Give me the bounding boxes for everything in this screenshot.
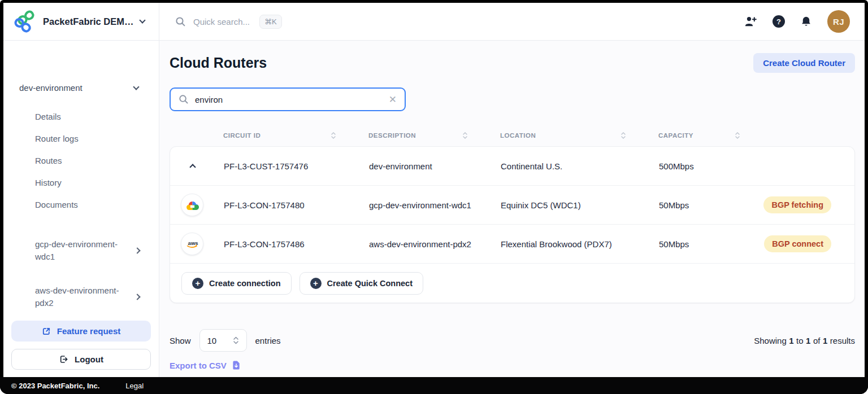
sort-icon[interactable] [331,132,336,139]
location-cell: Continental U.S. [492,161,650,171]
chevron-right-icon [134,247,140,253]
content: Cloud Routers Create Cloud Router enviro… [159,41,865,377]
plus-icon: + [310,278,322,289]
app: PacketFabric DEM… dev-environment Detail… [3,3,865,377]
page-size-value: 10 [207,336,217,345]
table-actions-row: + Create connection + Create Quick Conne… [170,264,854,303]
capacity-cell: 50Mbps [650,239,741,249]
sidebar-submenu: Details Router logs Routes History Docum… [3,111,159,221]
chevron-down-icon [133,84,139,90]
circuit-id-cell: PF-L3-CON-1757480 [215,200,361,210]
invite-user-button[interactable] [744,16,757,27]
search-value: environ [195,95,223,104]
pagination-bar: Show 10 entries Showing 1 to 1 of [170,329,855,352]
sidebar: PacketFabric DEM… dev-environment Detail… [3,3,159,377]
description-cell: aws-dev-environment-pdx2 [361,239,492,249]
packetfabric-logo-icon [11,10,37,33]
export-to-csv-link[interactable]: Export to CSV [170,360,855,370]
export-label: Export to CSV [170,361,227,370]
logout-label: Logout [75,354,103,364]
window-frame: PacketFabric DEM… dev-environment Detail… [0,0,868,394]
brand-name: PacketFabric DEM… [43,16,133,27]
stepper-icon [233,336,239,345]
chevron-down-icon[interactable] [140,17,146,23]
logout-icon [59,354,68,364]
help-button[interactable]: ? [772,15,785,28]
table-row[interactable]: PF-L3-CUST-1757476 dev-environment Conti… [170,147,854,186]
spacer [3,309,159,321]
keyboard-shortcut-badge: ⌘K [259,15,282,29]
cloud-routers-table: PF-L3-CUST-1757476 dev-environment Conti… [170,146,855,303]
sidebar-item-history[interactable]: History [35,177,140,188]
footer: © 2023 PacketFabric, Inc. Legal [0,377,868,394]
quick-search-input[interactable]: Quick search... [193,17,250,27]
nav-link-label: gcp-dev-environment-wdc1 [35,238,127,263]
bell-icon [800,15,812,28]
avatar[interactable]: RJ [827,10,850,33]
page-title: Cloud Routers [170,55,267,71]
sidebar-item-routes[interactable]: Routes [35,155,140,166]
chevron-up-icon [189,164,196,170]
description-cell: dev-environment [361,161,492,171]
logout-button[interactable]: Logout [11,349,151,370]
user-add-icon [744,16,757,27]
circuit-id-cell: PF-L3-CON-1757486 [215,239,361,249]
feature-request-button[interactable]: Feature request [11,321,151,342]
sidebar-item-router-logs[interactable]: Router logs [35,133,140,144]
table-row[interactable]: PF-L3-CON-1757480 gcp-dev-environment-wd… [170,186,854,225]
notifications-button[interactable] [800,15,812,28]
location-cell: Flexential Brookwood (PDX7) [492,239,650,249]
sort-icon[interactable] [735,132,740,139]
chevron-right-icon [134,294,140,300]
status-badge: BGP fetching [763,196,831,213]
location-cell: Equinix DC5 (WDC1) [492,200,650,210]
capacity-cell: 500Mbps [650,161,741,171]
create-connection-button[interactable]: + Create connection [181,272,292,295]
create-cloud-router-button[interactable]: Create Cloud Router [753,53,855,73]
table-header-row: CIRCUIT ID DESCRIPTION LOCATION [170,125,855,146]
table-row[interactable]: aws PF-L3-CON-1757486 aws-dev-environmen… [170,225,854,264]
search-icon [179,94,189,104]
clear-search-button[interactable]: ✕ [389,94,397,106]
table-search-input[interactable]: environ ✕ [170,87,406,111]
collapse-row-button[interactable] [170,163,215,169]
nav-group-label: dev-environment [19,83,83,93]
sidebar-item-gcp-dev-environment-wdc1[interactable]: gcp-dev-environment-wdc1 [3,238,159,263]
aws-icon: aws [181,233,203,255]
topbar-actions: ? RJ [744,10,850,33]
status-cell: BGP connect [741,235,854,252]
show-label: Show [170,336,191,345]
sidebar-item-documents[interactable]: Documents [35,199,140,210]
copyright-text: © 2023 PacketFabric, Inc. [11,382,99,390]
search-icon [175,16,186,27]
gcp-icon [181,194,203,216]
sort-icon[interactable] [620,132,626,139]
page-size-select[interactable]: 10 [199,329,247,352]
entries-label: entries [255,336,281,345]
status-cell: BGP fetching [741,196,854,213]
sidebar-item-aws-dev-environment-pdx2[interactable]: aws-dev-environment-pdx2 [3,284,159,309]
sidebar-nav: dev-environment Details Router logs Rout… [3,41,159,377]
sidebar-item-details[interactable]: Details [35,111,140,122]
column-header-description[interactable]: DESCRIPTION [360,132,492,139]
column-header-capacity[interactable]: CAPACITY [650,132,740,139]
column-header-location[interactable]: LOCATION [492,132,650,139]
csv-file-download-icon [232,360,241,370]
topbar: Quick search... ⌘K ? [159,3,865,41]
feature-request-label: Feature request [57,326,121,336]
sidebar-item-dev-environment[interactable]: dev-environment [3,83,159,93]
question-icon: ? [772,15,785,28]
legal-link[interactable]: Legal [125,382,144,390]
plus-icon: + [192,278,203,289]
main-column: Quick search... ⌘K ? [159,3,865,377]
results-summary: Showing 1 to 1 of 1 results [754,336,855,345]
create-quick-connect-button[interactable]: + Create Quick Connect [300,272,424,295]
column-header-circuit-id[interactable]: CIRCUIT ID [215,132,360,139]
nav-link-label: aws-dev-environment-pdx2 [35,284,127,309]
capacity-cell: 50Mbps [650,200,741,210]
status-badge: BGP connect [764,235,831,252]
circuit-id-cell: PF-L3-CUST-1757476 [215,161,361,171]
description-cell: gcp-dev-environment-wdc1 [361,200,492,210]
brand-header[interactable]: PacketFabric DEM… [3,3,159,41]
sort-icon[interactable] [462,132,468,139]
